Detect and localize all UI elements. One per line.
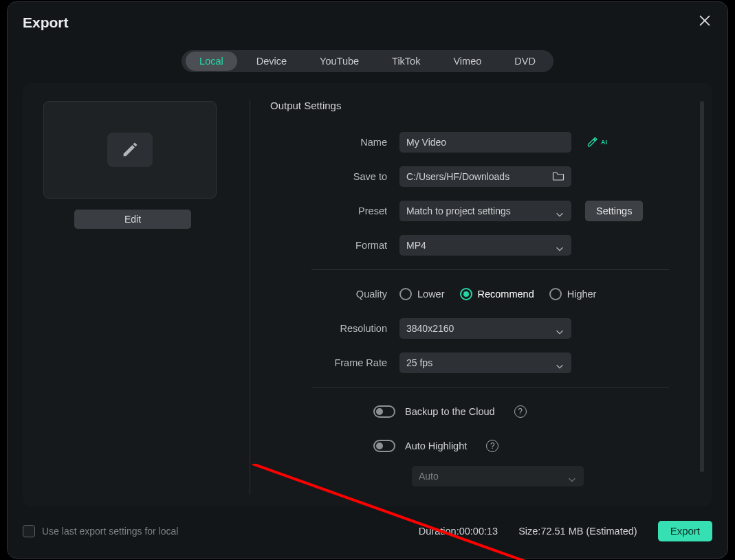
modal-footer: Use last export settings for local Durat… <box>23 519 712 543</box>
save-to-input[interactable]: C:/Users/HF/Downloads <box>399 166 571 187</box>
export-button[interactable]: Export <box>658 521 712 541</box>
tab-tiktok[interactable]: TikTok <box>378 52 434 71</box>
duration-text: Duration:00:00:13 <box>419 526 498 537</box>
backup-info-button[interactable]: ? <box>514 405 527 418</box>
chevron-down-icon <box>555 361 564 371</box>
divider-vertical <box>250 100 250 494</box>
auto-highlight-value: Auto <box>419 471 439 482</box>
save-to-path: C:/Users/HF/Downloads <box>406 171 509 182</box>
tabs-row: Local Device YouTube TikTok Vimeo DVD <box>8 50 727 72</box>
scrollbar[interactable] <box>700 101 704 472</box>
auto-highlight-label: Auto Highlight <box>405 440 467 451</box>
chevron-down-icon <box>555 244 564 254</box>
preset-value: Match to project settings <box>406 205 511 216</box>
label-preset: Preset <box>270 205 399 216</box>
tab-vimeo[interactable]: Vimeo <box>439 52 495 71</box>
resolution-value: 3840x2160 <box>406 323 454 334</box>
label-resolution: Resolution <box>270 323 399 334</box>
close-button[interactable] <box>697 13 718 34</box>
tab-dvd[interactable]: DVD <box>501 52 549 71</box>
chevron-down-icon <box>555 327 564 337</box>
backup-label: Backup to the Cloud <box>405 406 495 417</box>
format-value: MP4 <box>406 240 426 251</box>
settings-panel: Edit Output Settings Name My Video AI Sa <box>23 83 712 506</box>
use-last-settings-checkbox[interactable] <box>23 525 35 537</box>
tab-device[interactable]: Device <box>243 52 300 71</box>
resolution-select[interactable]: 3840x2160 <box>399 318 571 339</box>
folder-icon <box>552 170 564 181</box>
row-frame-rate: Frame Rate 25 fps <box>270 346 693 380</box>
label-name: Name <box>270 137 399 148</box>
pencil-icon <box>120 140 140 159</box>
browse-folder-button[interactable] <box>552 170 564 183</box>
label-format: Format <box>270 240 399 251</box>
row-save-to: Save to C:/Users/HF/Downloads <box>270 159 693 194</box>
row-backup: Backup to the Cloud ? <box>373 394 693 429</box>
ai-pencil-icon <box>586 136 600 148</box>
export-modal: Export Local Device YouTube TikTok Vimeo… <box>7 1 728 559</box>
row-auto-highlight: Auto Highlight ? <box>373 429 693 463</box>
preview-column: Edit <box>43 101 222 229</box>
divider-1 <box>311 269 669 270</box>
auto-highlight-select[interactable]: Auto <box>412 466 584 486</box>
section-title: Output Settings <box>270 100 693 111</box>
modal-title: Export <box>23 14 69 31</box>
chevron-down-icon <box>567 475 577 484</box>
auto-highlight-info-button[interactable]: ? <box>486 440 498 452</box>
form-column: Output Settings Name My Video AI Save to <box>270 100 705 490</box>
row-auto-highlight-mode: Auto <box>412 466 693 486</box>
row-resolution: Resolution 3840x2160 <box>270 311 693 346</box>
quality-higher[interactable]: Higher <box>549 288 597 300</box>
size-text: Size:72.51 MB (Estimated) <box>518 526 637 537</box>
row-name: Name My Video AI <box>270 125 693 159</box>
name-input[interactable]: My Video <box>399 132 571 153</box>
quality-recommend[interactable]: Recommend <box>460 288 534 300</box>
thumbnail-placeholder <box>107 133 153 167</box>
label-save-to: Save to <box>270 171 399 182</box>
backup-toggle[interactable] <box>373 405 395 418</box>
frame-rate-value: 25 fps <box>406 357 432 368</box>
modal-header: Export <box>8 2 727 43</box>
close-icon <box>697 13 712 28</box>
tab-local[interactable]: Local <box>186 52 237 71</box>
tab-youtube[interactable]: YouTube <box>306 52 373 71</box>
ai-name-button[interactable]: AI <box>586 136 607 148</box>
format-select[interactable]: MP4 <box>399 235 571 256</box>
row-preset: Preset Match to project settings Setting… <box>270 194 693 228</box>
divider-2 <box>311 387 669 388</box>
row-quality: Quality Lower Recommend Higher <box>270 277 693 311</box>
edit-thumbnail-button[interactable]: Edit <box>74 210 191 229</box>
row-format: Format MP4 <box>270 228 693 262</box>
preset-settings-button[interactable]: Settings <box>585 201 643 221</box>
frame-rate-select[interactable]: 25 fps <box>399 352 571 373</box>
preview-thumbnail[interactable] <box>43 101 217 199</box>
chevron-down-icon <box>555 210 564 219</box>
label-frame-rate: Frame Rate <box>270 357 399 368</box>
quality-lower[interactable]: Lower <box>399 288 445 300</box>
export-tabs: Local Device YouTube TikTok Vimeo DVD <box>182 50 553 72</box>
preset-select[interactable]: Match to project settings <box>399 201 571 221</box>
label-quality: Quality <box>270 289 399 300</box>
auto-highlight-toggle[interactable] <box>373 440 395 452</box>
use-last-settings-label: Use last export settings for local <box>42 526 178 537</box>
